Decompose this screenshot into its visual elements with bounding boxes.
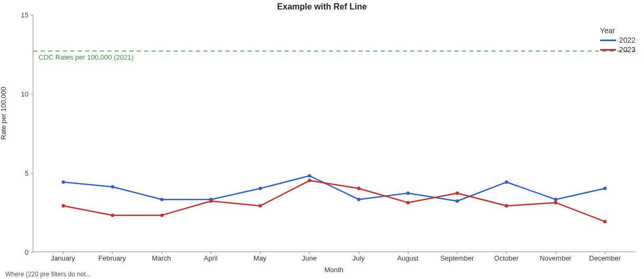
series-marker-2023 xyxy=(357,187,360,190)
series-marker-2023 xyxy=(259,204,262,207)
x-tick-mark xyxy=(260,252,260,254)
x-tick-mark xyxy=(457,252,458,254)
x-tick-mark xyxy=(605,252,605,254)
x-tick-label: December xyxy=(589,254,621,262)
y-tick-label: 15 xyxy=(7,11,29,19)
x-tick-label: November xyxy=(540,254,572,262)
x-tick-label: April xyxy=(204,254,218,262)
legend: Year 20222023 xyxy=(600,26,636,54)
legend-label: 2023 xyxy=(619,45,636,54)
series-marker-2022 xyxy=(455,199,459,203)
y-tick-mark xyxy=(31,252,33,253)
series-marker-2023 xyxy=(603,220,606,223)
x-tick-label: June xyxy=(302,254,316,262)
series-marker-2023 xyxy=(111,214,114,217)
series-marker-2022 xyxy=(554,198,557,201)
x-tick-mark xyxy=(211,252,211,254)
series-marker-2022 xyxy=(62,180,65,184)
chart-title: Example with Ref Line xyxy=(0,2,644,12)
where-clause-text: Where (220 pre filters do not... xyxy=(5,271,91,278)
series-marker-2022 xyxy=(505,180,508,184)
series-marker-2022 xyxy=(406,191,409,195)
x-tick-label: August xyxy=(397,254,418,262)
series-marker-2023 xyxy=(62,204,65,207)
x-tick-label: March xyxy=(152,254,171,262)
legend-label: 2022 xyxy=(619,36,636,44)
x-tick-mark xyxy=(162,252,162,254)
series-line-2022 xyxy=(63,176,605,201)
series-marker-2022 xyxy=(308,174,311,177)
x-tick-mark xyxy=(359,252,359,254)
x-tick-mark xyxy=(556,252,556,254)
series-marker-2022 xyxy=(259,187,262,190)
series-marker-2022 xyxy=(111,185,114,188)
series-line-2023 xyxy=(63,180,605,222)
series-marker-2022 xyxy=(603,187,606,190)
legend-title: Year xyxy=(600,26,636,35)
series-marker-2023 xyxy=(160,214,163,217)
chart-container: Example with Ref Line Rate per 100,000 0… xyxy=(0,0,644,279)
legend-swatch xyxy=(600,40,616,41)
x-tick-label: July xyxy=(352,254,365,262)
series-marker-2023 xyxy=(505,204,508,207)
x-tick-mark xyxy=(309,252,310,254)
legend-swatch xyxy=(600,49,616,51)
x-tick-mark xyxy=(63,252,63,254)
y-tick-label: 10 xyxy=(7,90,29,98)
series-marker-2023 xyxy=(554,201,557,204)
y-tick-label: 0 xyxy=(7,248,29,256)
plot-svg xyxy=(33,15,635,252)
x-tick-label: February xyxy=(98,254,126,262)
series-marker-2022 xyxy=(357,198,360,201)
plot-area: CDC Rates per 100,000 (2021) xyxy=(33,15,635,252)
series-marker-2023 xyxy=(406,201,409,204)
x-tick-label: September xyxy=(440,254,474,262)
legend-item-2023[interactable]: 2023 xyxy=(600,45,636,54)
x-tick-label: January xyxy=(51,254,75,262)
y-tick-label: 5 xyxy=(7,169,29,177)
series-marker-2023 xyxy=(455,191,459,195)
series-marker-2023 xyxy=(209,199,212,203)
legend-item-2022[interactable]: 2022 xyxy=(600,36,636,44)
x-tick-mark xyxy=(506,252,507,254)
series-marker-2022 xyxy=(160,198,163,201)
x-axis-label: Month xyxy=(33,266,635,274)
x-tick-mark xyxy=(112,252,113,254)
x-tick-label: May xyxy=(254,254,267,262)
reference-line-label: CDC Rates per 100,000 (2021) xyxy=(39,53,134,61)
y-axis-label: Rate per 100,000 xyxy=(0,86,7,139)
series-marker-2023 xyxy=(308,179,311,182)
x-tick-mark xyxy=(408,252,408,254)
x-tick-label: October xyxy=(494,254,518,262)
